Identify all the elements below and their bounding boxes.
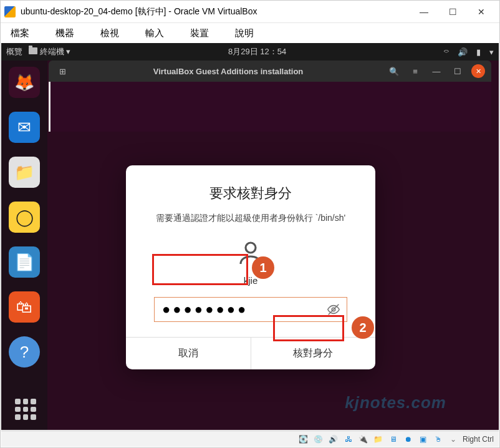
ubuntu-topbar: 概覽 終端機 ▾ 8月29日 12：54 ⌔ 🔊 ▮ ▾ [1, 43, 499, 61]
activities-button[interactable]: 概覽 [6, 46, 22, 57]
menu-input[interactable]: 輸入 [142, 25, 168, 42]
display-icon[interactable]: 🖥 [388, 434, 399, 445]
window-max-button[interactable]: ☐ [450, 64, 465, 79]
virtualbox-icon [4, 6, 16, 17]
maximize-button[interactable]: ☐ [438, 2, 467, 22]
shared-folder-icon[interactable]: 📁 [373, 434, 384, 445]
battery-icon[interactable]: ▮ [476, 47, 481, 57]
network-icon[interactable]: ⌔ [444, 47, 449, 57]
user-avatar-icon [145, 238, 357, 270]
vbox-statusbar: 💽 💿 🔊 🖧 🔌 📁 🖥 ⏺ ▣ 🖱 ⌄ Right Ctrl [1, 431, 499, 447]
dialog-message: 需要通過認證才能以超級使用者身份執行 `/bin/sh' [145, 213, 357, 224]
mouse-integration-icon[interactable]: 🖱 [433, 434, 444, 445]
recording-icon[interactable]: ⏺ [403, 434, 414, 445]
terminal-indicator-label: 終端機 [40, 47, 64, 56]
reveal-password-icon[interactable] [327, 303, 340, 319]
cpu-icon[interactable]: ▣ [418, 434, 429, 445]
vm-viewport: 概覽 終端機 ▾ 8月29日 12：54 ⌔ 🔊 ▮ ▾ ⊞ VirtualBo… [1, 43, 499, 430]
network-adapter-icon[interactable]: 🖧 [343, 434, 354, 445]
password-mask: ●●●●●●●● [162, 301, 248, 318]
menu-machine[interactable]: 機器 [52, 25, 78, 42]
window-controls: — ☐ ✕ [410, 2, 496, 22]
dock-libreoffice-icon[interactable]: 📄 [9, 246, 40, 278]
annotation-callout-2: 2 [352, 316, 374, 339]
optical-drive-icon[interactable]: 💿 [313, 434, 324, 445]
usb-icon[interactable]: 🔌 [358, 434, 369, 445]
new-tab-button[interactable]: ⊞ [55, 64, 70, 79]
hostkey-indicator-icon: ⌄ [448, 434, 459, 445]
hostkey-label: Right Ctrl [463, 435, 494, 444]
menu-devices[interactable]: 裝置 [186, 25, 213, 42]
menubar: 檔案 機器 檢視 輸入 裝置 說明 [1, 23, 499, 43]
window-close-button[interactable]: ✕ [471, 64, 485, 78]
menu-help[interactable]: 說明 [231, 25, 257, 42]
search-button[interactable]: 🔍 [387, 64, 401, 79]
terminal-headerbar[interactable]: ⊞ VirtualBox Guest Additions installatio… [49, 61, 491, 82]
dock-files-icon[interactable]: 📁 [9, 157, 40, 188]
authenticate-button[interactable]: 核對身分 [251, 338, 376, 369]
auth-dialog: 要求核對身分 需要通過認證才能以超級使用者身份執行 `/bin/sh' kjie… [126, 165, 375, 369]
window-title: ubuntu-desktop-20_04-demo [執行中] - Oracle… [21, 6, 410, 17]
menu-file[interactable]: 檔案 [7, 25, 33, 42]
annotation-callout-1: 1 [252, 256, 274, 279]
terminal-app-indicator[interactable]: 終端機 ▾ [29, 46, 70, 57]
hdd-activity-icon[interactable]: 💽 [298, 434, 309, 445]
audio-icon[interactable]: 🔊 [328, 434, 339, 445]
system-menu-caret-icon[interactable]: ▾ [489, 47, 494, 57]
volume-icon[interactable]: 🔊 [458, 47, 468, 57]
menu-view[interactable]: 檢視 [97, 25, 123, 42]
password-input[interactable]: ●●●●●●●● [154, 297, 347, 322]
dialog-title: 要求核對身分 [145, 184, 357, 203]
cancel-button[interactable]: 取消 [126, 338, 251, 369]
close-button[interactable]: ✕ [467, 2, 496, 22]
minimize-button[interactable]: — [410, 2, 438, 22]
dock-rhythmbox-icon[interactable]: ◯ [9, 202, 40, 233]
svg-point-0 [246, 243, 256, 253]
dock-software-icon[interactable]: 🛍 [9, 291, 40, 323]
dialog-username: kjie [145, 275, 357, 286]
watermark-text: kjnotes.com [345, 393, 446, 412]
clock[interactable]: 8月29日 12：54 [70, 46, 444, 57]
show-applications-button[interactable] [15, 399, 36, 420]
window-min-button[interactable]: — [429, 64, 444, 79]
hamburger-menu-button[interactable]: ≡ [408, 64, 423, 79]
terminal-title: VirtualBox Guest Additions installation [76, 67, 380, 76]
terminal-indicator-icon [29, 47, 37, 54]
dock-help-icon[interactable]: ? [9, 336, 40, 368]
dialog-actions: 取消 核對身分 [126, 337, 375, 369]
dock-firefox-icon[interactable]: 🦊 [9, 67, 40, 98]
ubuntu-dock: 🦊 ✉ 📁 ◯ 📄 🛍 ? [1, 61, 47, 430]
terminal-body[interactable] [49, 82, 491, 132]
dock-thunderbird-icon[interactable]: ✉ [9, 112, 40, 143]
window-titlebar: ubuntu-desktop-20_04-demo [執行中] - Oracle… [1, 1, 499, 23]
